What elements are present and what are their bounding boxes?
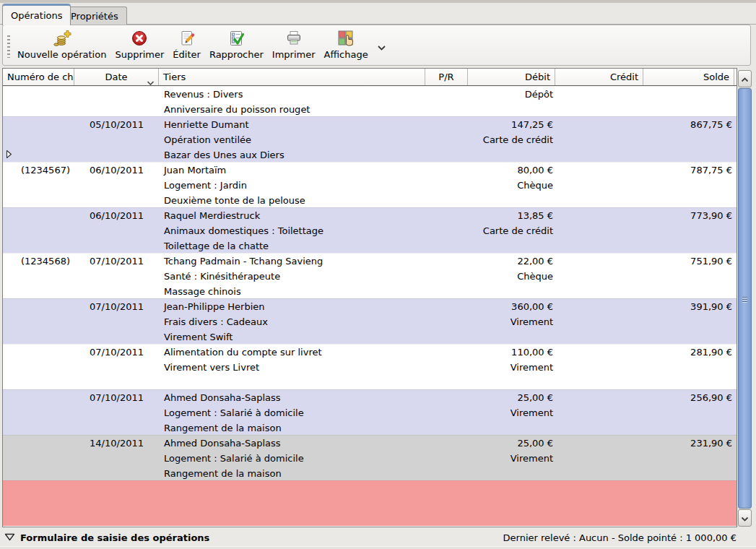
cell-payee: Ahmed Donsaha-Saplass xyxy=(159,390,425,405)
table-row[interactable]: 06/10/2011Raquel MerdiestruckAnimaux dom… xyxy=(3,207,737,253)
cell-category: Animaux domestiques : Toilettage xyxy=(159,223,425,238)
column-header-cr-dit[interactable]: Crédit xyxy=(555,69,643,85)
print-button[interactable]: Imprimer xyxy=(268,25,320,65)
chevron-down-icon xyxy=(377,43,386,53)
table-row[interactable]: (1234568)07/10/2011Tchang Padmain - Tcha… xyxy=(3,253,737,298)
window-bottom-strip xyxy=(0,546,756,549)
cell-note: Rangement de la maison xyxy=(159,466,425,481)
cell-payment-method: Virement xyxy=(468,360,555,375)
column-header-label: Date xyxy=(105,72,127,82)
vertical-scrollbar[interactable] xyxy=(738,70,752,527)
cell-category: Logement : Jardin xyxy=(159,178,425,193)
tab-operations[interactable]: Opérations xyxy=(2,4,71,25)
cell-payee: Alimentation du compte sur livret xyxy=(159,345,425,360)
table-row[interactable]: 07/10/2011Jean-Philippe HerbienFrais div… xyxy=(3,298,737,344)
column-header-p-r[interactable]: P/R xyxy=(425,69,468,85)
cell-note: Massage chinois xyxy=(159,284,425,299)
form-expander-label: Formulaire de saisie des opérations xyxy=(20,532,209,543)
cell-date: 07/10/2011 xyxy=(74,390,159,405)
cell-category: Virement vers Livret xyxy=(159,360,425,375)
cell-solde-amount: 787,75 € xyxy=(643,163,734,178)
reconcile-label: Rapprocher xyxy=(209,49,264,60)
column-header-num-ro-de-ch[interactable]: Numéro de ch xyxy=(3,69,74,85)
table-row[interactable]: 07/10/2011Alimentation du compte sur liv… xyxy=(3,344,737,389)
notebook-tabbar: Opérations Propriétés xyxy=(0,3,756,25)
table-row[interactable]: (1234567)06/10/2011Juan MortaïmLogement … xyxy=(3,162,737,207)
empty-row[interactable] xyxy=(3,480,737,526)
cell-solde-amount: 391,90 € xyxy=(643,299,734,314)
cell-payee: Tchang Padmain - Tchang Savieng xyxy=(159,254,425,269)
cell-category: Opération ventilée xyxy=(159,132,425,147)
cell-date: 14/10/2011 xyxy=(74,436,159,451)
cell-debit-amount: 147,25 € xyxy=(468,117,555,132)
cell-payment-method: Virement xyxy=(468,405,555,420)
cell-debit-amount: 22,00 € xyxy=(468,254,555,269)
display-label: Affichage xyxy=(324,49,368,60)
expander-triangle-icon xyxy=(4,532,15,543)
cell-note: Anniversaire du poisson rouget xyxy=(159,102,425,117)
print-icon xyxy=(285,28,303,48)
account-status-text: Dernier relevé : Aucun - Solde pointé : … xyxy=(503,532,756,543)
edit-button[interactable]: Éditer xyxy=(168,25,205,65)
edit-icon xyxy=(178,28,196,48)
cell-payment-method: Virement xyxy=(468,451,555,466)
cell-debit-amount: 110,00 € xyxy=(468,345,555,360)
scroll-up-button[interactable] xyxy=(738,70,752,87)
table-row[interactable]: 05/10/2011Henriette DumantOpération vent… xyxy=(3,116,737,162)
toolbar-overflow-button[interactable] xyxy=(373,31,391,65)
cell-date: 05/10/2011 xyxy=(74,117,159,132)
cell-payee: Henriette Dumant xyxy=(159,117,425,132)
cell-note: Bazar des Unes aux Diers xyxy=(159,147,425,163)
scroll-down-button[interactable] xyxy=(738,509,752,527)
column-header-d-bit[interactable]: Débit xyxy=(468,69,555,85)
cell-solde-amount: 867,75 € xyxy=(643,117,734,132)
column-header-tiers[interactable]: Tiers xyxy=(159,69,425,85)
column-header-label: Solde xyxy=(703,72,729,82)
cell-note: Toilettage de la chatte xyxy=(159,238,425,254)
cell-payee: Juan Mortaïm xyxy=(159,163,425,178)
cell-note: Rangement de la maison xyxy=(159,420,425,436)
column-header-label: Débit xyxy=(525,72,550,82)
new-operation-coins-icon xyxy=(53,28,71,48)
new-operation-label: Nouvelle opération xyxy=(17,49,106,60)
cell-solde-amount: 751,90 € xyxy=(643,254,734,269)
cell-payment-method: Chèque xyxy=(468,178,555,193)
cell-date: 06/10/2011 xyxy=(74,163,159,178)
cell-category: Logement : Salarié à domicile xyxy=(159,451,425,466)
column-header-label: Tiers xyxy=(163,72,186,82)
table-row[interactable]: 14/10/2011Ahmed Donsaha-SaplassLogement … xyxy=(3,435,737,480)
cell-date: 07/10/2011 xyxy=(74,254,159,269)
display-button[interactable]: Affichage xyxy=(320,25,373,65)
new-operation-button[interactable]: Nouvelle opération xyxy=(13,25,110,65)
cell-category: Revenus : Divers xyxy=(159,87,425,102)
cell-debit-amount: 25,00 € xyxy=(468,436,555,451)
cell-solde-amount: 231,90 € xyxy=(643,436,734,451)
cell-category: Logement : Salarié à domicile xyxy=(159,405,425,420)
cell-solde-amount: 773,90 € xyxy=(643,208,734,223)
display-grid-hand-icon xyxy=(336,28,355,48)
scrollbar-thumb[interactable] xyxy=(738,88,752,509)
cell-payee: Jean-Philippe Herbien xyxy=(159,299,425,314)
cell-solde-amount: 256,90 € xyxy=(643,390,734,405)
tab-proprietes-label: Propriétés xyxy=(71,11,118,22)
delete-button[interactable]: Supprimer xyxy=(110,25,168,65)
table-row[interactable]: 07/10/2011Ahmed Donsaha-SaplassLogement … xyxy=(3,389,737,435)
cell-payment-method: Chèque xyxy=(468,269,555,284)
column-header-label: Crédit xyxy=(610,72,638,82)
cell-payment-method: Virement xyxy=(468,314,555,329)
form-expander[interactable]: Formulaire de saisie des opérations xyxy=(0,532,209,543)
statusbar: Formulaire de saisie des opérations Dern… xyxy=(0,529,756,546)
table-header: Numéro de chDateTiersP/RDébitCréditSolde xyxy=(3,69,737,86)
split-operation-marker-icon[interactable] xyxy=(6,150,12,161)
toolbar: Nouvelle opération Supprimer xyxy=(2,25,751,66)
cell-date: 06/10/2011 xyxy=(74,208,159,223)
toolbar-drag-handle[interactable] xyxy=(7,35,10,58)
cell-note: Deuxième tonte de la pelouse xyxy=(159,193,425,208)
transactions-body: Revenus : DiversDépôtAnniversaire du poi… xyxy=(3,86,737,526)
column-header-solde[interactable]: Solde xyxy=(643,69,734,85)
column-header-date[interactable]: Date xyxy=(74,69,159,85)
table-row[interactable]: Revenus : DiversDépôtAnniversaire du poi… xyxy=(3,86,737,116)
tab-proprietes[interactable]: Propriétés xyxy=(62,7,127,25)
cell-debit-amount: 13,85 € xyxy=(468,208,555,223)
reconcile-button[interactable]: Rapprocher xyxy=(205,25,268,65)
